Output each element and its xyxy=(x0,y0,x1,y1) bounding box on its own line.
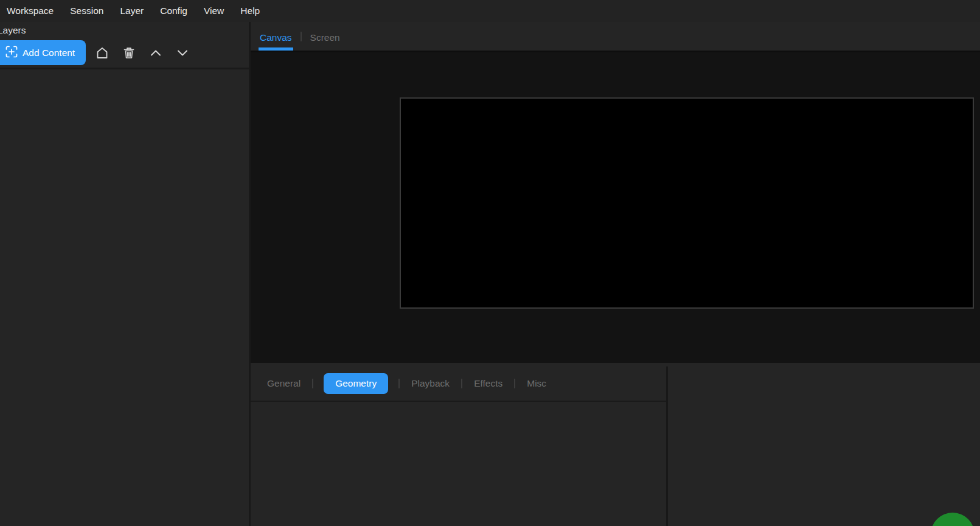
tab-separator xyxy=(312,379,313,388)
right-column: Canvas Screen General Geometry Playb xyxy=(251,22,980,526)
menu-help[interactable]: Help xyxy=(240,5,260,16)
tab-separator xyxy=(461,379,462,388)
tab-effects[interactable]: Effects xyxy=(473,373,504,394)
properties-tab-strip: General Geometry Playback Effects Misc xyxy=(251,366,666,402)
bottom-right-panel xyxy=(668,366,980,526)
add-content-label: Add Content xyxy=(23,47,75,58)
menu-bar: Workspace Session Layer Config View Help xyxy=(0,0,980,22)
trash-icon xyxy=(122,46,136,60)
canvas-panel: Canvas Screen xyxy=(251,22,980,366)
layers-toolbar: Add Content xyxy=(0,40,249,65)
properties-content xyxy=(251,402,666,526)
bottom-row: General Geometry Playback Effects Misc xyxy=(251,366,980,526)
menu-layer[interactable]: Layer xyxy=(120,5,144,16)
main-area: Layers Add Content xyxy=(0,22,980,526)
move-layer-down-button[interactable] xyxy=(172,43,193,63)
tab-general[interactable]: General xyxy=(266,373,302,394)
add-content-icon xyxy=(5,46,18,60)
tab-separator xyxy=(301,32,302,41)
output-screen-rect[interactable] xyxy=(400,97,974,309)
tab-canvas[interactable]: Canvas xyxy=(259,22,293,51)
tab-screen[interactable]: Screen xyxy=(309,22,341,51)
menu-view[interactable]: View xyxy=(204,5,224,16)
tab-playback[interactable]: Playback xyxy=(410,373,451,394)
layers-panel-title: Layers xyxy=(0,24,249,37)
tab-separator xyxy=(514,379,515,388)
layers-list[interactable] xyxy=(0,69,249,526)
menu-session[interactable]: Session xyxy=(70,5,103,16)
properties-panel: General Geometry Playback Effects Misc xyxy=(251,366,668,526)
tab-separator xyxy=(398,379,400,388)
delete-layer-button[interactable] xyxy=(119,43,139,63)
move-layer-up-button[interactable] xyxy=(145,43,166,63)
layers-panel: Layers Add Content xyxy=(0,22,251,526)
menu-config[interactable]: Config xyxy=(160,5,187,16)
home-icon xyxy=(95,46,109,60)
tab-misc[interactable]: Misc xyxy=(526,373,547,394)
tab-geometry[interactable]: Geometry xyxy=(324,373,388,394)
menu-workspace[interactable]: Workspace xyxy=(7,5,54,16)
add-fab-button[interactable] xyxy=(931,513,975,526)
home-button[interactable] xyxy=(92,43,113,63)
canvas-viewport[interactable] xyxy=(251,52,980,363)
application-window: Workspace Session Layer Config View Help… xyxy=(0,0,980,526)
chevron-up-icon xyxy=(148,45,164,61)
canvas-tab-strip: Canvas Screen xyxy=(251,22,980,52)
add-content-button[interactable]: Add Content xyxy=(0,40,86,65)
chevron-down-icon xyxy=(175,45,190,61)
